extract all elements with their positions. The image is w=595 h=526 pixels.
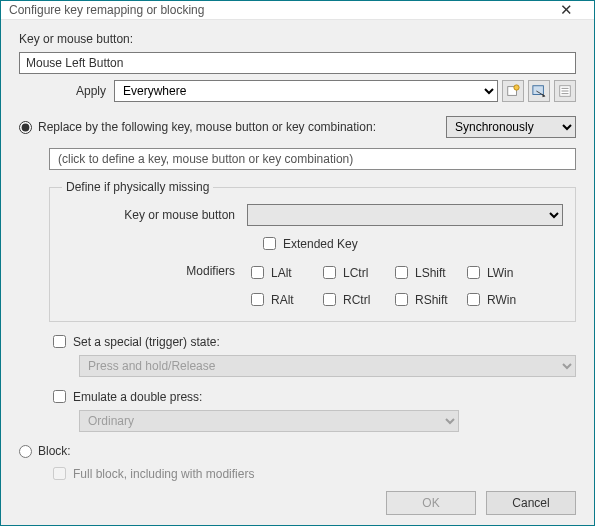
trigger-select: Press and hold/Release xyxy=(79,355,576,377)
km-label: Key or mouse button xyxy=(62,208,247,222)
svg-point-1 xyxy=(514,85,519,90)
mod-lalt[interactable]: LAlt xyxy=(247,263,317,282)
sync-select[interactable]: Synchronously xyxy=(446,116,576,138)
ok-button: OK xyxy=(386,491,476,515)
apply-label: Apply xyxy=(19,84,114,98)
svg-rect-2 xyxy=(533,86,544,95)
replace-radio[interactable] xyxy=(19,121,32,134)
mod-lctrl[interactable]: LCtrl xyxy=(319,263,389,282)
mod-rwin[interactable]: RWin xyxy=(463,290,533,309)
window-title: Configure key remapping or blocking xyxy=(9,3,546,17)
cancel-button[interactable]: Cancel xyxy=(486,491,576,515)
key-label: Key or mouse button: xyxy=(19,32,133,46)
apply-select[interactable]: Everywhere xyxy=(114,80,498,102)
full-block-label: Full block, including with modifiers xyxy=(73,467,254,481)
extended-key-checkbox[interactable] xyxy=(263,237,276,250)
double-label: Emulate a double press: xyxy=(73,390,202,404)
double-checkbox[interactable] xyxy=(53,390,66,403)
content: Key or mouse button: Mouse Left Button A… xyxy=(1,20,594,526)
mod-lwin[interactable]: LWin xyxy=(463,263,533,282)
define-combo-input[interactable]: (click to define a key, mouse button or … xyxy=(49,148,576,170)
list-icon[interactable] xyxy=(554,80,576,102)
group-legend: Define if physically missing xyxy=(62,180,213,194)
trigger-checkbox[interactable] xyxy=(53,335,66,348)
block-label: Block: xyxy=(38,444,71,458)
mod-rshift[interactable]: RShift xyxy=(391,290,461,309)
trigger-label: Set a special (trigger) state: xyxy=(73,335,220,349)
new-target-icon[interactable] xyxy=(502,80,524,102)
mod-ralt[interactable]: RAlt xyxy=(247,290,317,309)
mod-lshift[interactable]: LShift xyxy=(391,263,461,282)
titlebar: Configure key remapping or blocking ✕ xyxy=(1,1,594,20)
km-select[interactable] xyxy=(247,204,563,226)
close-icon[interactable]: ✕ xyxy=(546,1,586,19)
modifiers-label: Modifiers xyxy=(62,263,247,309)
full-block-checkbox xyxy=(53,467,66,480)
replace-label: Replace by the following key, mouse butt… xyxy=(38,120,430,134)
double-select: Ordinary xyxy=(79,410,459,432)
mod-rctrl[interactable]: RCtrl xyxy=(319,290,389,309)
physically-missing-group: Define if physically missing Key or mous… xyxy=(49,180,576,322)
key-input[interactable]: Mouse Left Button xyxy=(19,52,576,74)
extended-key-label: Extended Key xyxy=(283,237,358,251)
pick-window-icon[interactable] xyxy=(528,80,550,102)
block-radio[interactable] xyxy=(19,445,32,458)
